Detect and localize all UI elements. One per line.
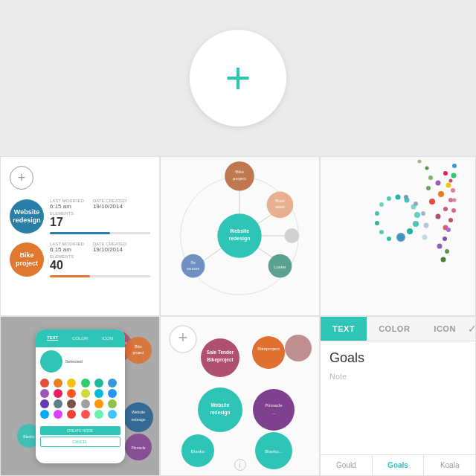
svg-text:Bikeproject: Bikeproject [207,357,234,363]
color-swatch[interactable] [108,379,117,387]
svg-point-48 [418,160,422,164]
svg-point-37 [452,164,457,168]
color-swatch[interactable] [94,389,103,398]
footer-tab-koala[interactable]: Koala [424,455,475,475]
panel-text-editor: TEXT COLOR ICON ✓ Goals Note Gould Goals… [320,316,476,476]
color-swatch[interactable] [54,410,62,419]
svg-text:Sale Tender: Sale Tender [207,350,234,355]
svg-point-25 [375,221,379,225]
color-swatch[interactable] [67,399,76,408]
project-item-bike[interactable]: Bike project LAST MODIFIED 6:15 am DATE … [10,242,150,277]
mobile-cancel-button[interactable]: CANCEL [40,437,120,447]
project-avatar-bike: Bike project [10,242,44,277]
elements-count-bike: 40 [50,259,150,272]
color-swatch[interactable] [40,379,49,387]
color-swatch[interactable] [81,410,90,419]
svg-text:Bike: Bike [235,170,244,174]
elements-count-website: 17 [50,216,150,229]
svg-point-56 [441,257,446,263]
svg-point-23 [379,202,384,207]
svg-text:Re: Re [190,261,196,265]
svg-point-28 [422,235,428,240]
panel-bubble-diagram: + Sale Tender Bikeproject Bikeproject We… [160,316,320,476]
svg-point-35 [446,183,451,188]
color-swatch[interactable] [108,410,117,419]
far-right-node[interactable] [284,228,299,243]
svg-text:sources: sources [187,267,200,271]
color-swatch[interactable] [40,410,49,419]
footer-tab-goals[interactable]: Goals [373,455,425,475]
svg-point-47 [425,167,429,170]
check-icon[interactable]: ✓ [468,323,476,335]
svg-text:Website: Website [211,402,230,408]
svg-point-22 [387,196,391,201]
tab-color[interactable]: COLOR [367,317,422,341]
plus-icon-small: + [18,170,26,186]
info-icon[interactable]: i [234,459,246,471]
project-info-website: LAST MODIFIED 6:15 am DATE CREATED 19/10… [50,199,150,234]
svg-point-36 [451,173,457,178]
color-swatch[interactable] [54,379,62,387]
progress-fill-website [50,232,110,234]
color-swatch[interactable] [54,399,62,408]
svg-point-31 [414,202,418,206]
note-placeholder[interactable]: Note [329,372,466,381]
date-created-label: DATE CREATED 19/10/2014 [93,199,126,210]
color-swatch[interactable] [40,399,49,408]
color-swatch[interactable] [54,389,62,398]
mobile-tab-color[interactable]: COLOR [72,336,88,341]
color-swatch[interactable] [94,379,103,387]
color-swatch[interactable] [67,410,76,419]
mobile-create-button[interactable]: CREATE NODE [40,426,120,435]
create-button-large[interactable]: + [190,30,286,126]
color-swatch[interactable] [94,410,103,419]
svg-text:Bike: Bike [135,344,142,349]
svg-point-50 [448,218,453,222]
add-project-button[interactable]: + [10,166,33,190]
color-swatch[interactable] [67,379,76,387]
svg-point-21 [396,195,401,200]
svg-text:redesign: redesign [131,417,145,422]
mobile-color-grid [36,374,125,423]
color-swatch[interactable] [108,389,117,398]
footer-tab-gould[interactable]: Gould [321,455,373,475]
mobile-tab-icon[interactable]: ICON [102,336,113,341]
color-swatch[interactable] [67,389,76,398]
plus-icon-large: + [225,56,251,100]
svg-text:Bikeproject: Bikeproject [257,347,280,351]
svg-point-27 [387,237,391,241]
color-swatch[interactable] [81,389,90,398]
svg-text:Pinnacle: Pinnacle [131,446,145,450]
svg-point-83 [253,389,295,431]
project-item-website[interactable]: Website redesign LAST MODIFIED 6:15 am D… [10,199,150,234]
color-swatch[interactable] [94,399,103,408]
circle-diagram-svg: Website redesign Bike project Brain wave… [161,156,319,316]
editor-footer-tabs: Gould Goals Koala [321,454,475,475]
svg-point-53 [437,244,443,249]
panel-project-list: + Website redesign LAST MODIFIED 6:15 am… [0,156,160,316]
svg-text:wave: wave [274,205,285,209]
project-name-bike: Bike project [10,251,44,268]
panels-grid: + Website redesign LAST MODIFIED 6:15 am… [0,156,476,476]
color-swatch[interactable] [108,399,117,408]
project-info-bike: LAST MODIFIED 6:15 am DATE CREATED 19/10… [50,242,150,277]
tab-text[interactable]: TEXT [321,317,367,341]
tab-icon[interactable]: ICON [422,317,468,341]
project-meta-bike: LAST MODIFIED 6:15 am DATE CREATED 19/10… [50,242,150,253]
mobile-tab-text[interactable]: TEXT [47,335,58,341]
color-swatch[interactable] [81,399,90,408]
svg-point-18 [414,212,420,218]
panel-circle-diagram: Website redesign Bike project Brain wave… [160,156,320,316]
svg-point-51 [451,208,456,213]
color-swatch[interactable] [81,379,90,387]
date-created-label-bike: DATE CREATED 19/10/2014 [93,242,126,253]
svg-text:...: ... [271,411,275,415]
color-swatch[interactable] [40,389,49,398]
svg-point-52 [453,199,457,202]
project-meta-website: LAST MODIFIED 6:15 am DATE CREATED 19/10… [50,199,150,210]
svg-point-54 [443,237,447,241]
svg-point-17 [413,221,419,227]
top-hero-section: + [0,0,476,156]
svg-text:redesign: redesign [229,236,251,242]
progress-bar-website [50,232,150,234]
